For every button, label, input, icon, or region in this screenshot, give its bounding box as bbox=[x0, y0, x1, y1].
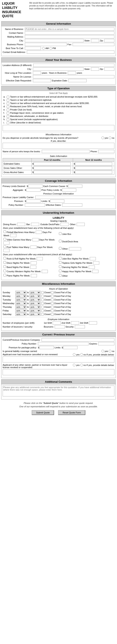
operation-checkbox-4[interactable] bbox=[7, 109, 9, 111]
close-time-select-1[interactable]: p.m.5pm6pm7pm8pm9pm10pm11pm12am1am2am bbox=[29, 294, 41, 298]
name-of-business-input[interactable] bbox=[25, 28, 114, 31]
security-input[interactable] bbox=[75, 325, 85, 328]
closed-checkbox-1[interactable] bbox=[41, 295, 44, 298]
gross-alcohol-past-input[interactable] bbox=[34, 171, 71, 174]
ab-state-input[interactable] bbox=[91, 68, 99, 71]
closed-part-checkbox-3[interactable] bbox=[51, 302, 54, 305]
closed-part-checkbox-4[interactable] bbox=[51, 306, 54, 308]
open-time-select-6[interactable]: a.m.6am7am8am9am10am11am12pm bbox=[15, 312, 26, 316]
name-on-license-input[interactable] bbox=[33, 75, 114, 78]
close-time-select-4[interactable]: p.m.5pm6pm7pm8pm9pm10pm11pm12am1am2am bbox=[29, 305, 41, 308]
additional-comments-textarea[interactable] bbox=[3, 386, 114, 396]
other-textarea[interactable] bbox=[3, 125, 114, 131]
closed-part-checkbox-5[interactable] bbox=[51, 310, 54, 312]
close-time-select-6[interactable]: p.m.5pm6pm7pm8pm9pm10pm11pm12am1am2am bbox=[29, 312, 41, 316]
shift2-input[interactable] bbox=[71, 321, 79, 324]
other-checklist-checkbox[interactable] bbox=[59, 247, 62, 250]
estimated-sales-past-input[interactable] bbox=[34, 162, 71, 166]
closed-checkbox-5[interactable] bbox=[41, 310, 44, 312]
pool-tables-checkbox[interactable] bbox=[3, 245, 6, 248]
dock-checkbox[interactable] bbox=[59, 240, 62, 242]
gross-alcohol-next-input[interactable] bbox=[75, 171, 112, 174]
other-seating-input[interactable] bbox=[77, 223, 85, 226]
gross-other-past-input[interactable] bbox=[34, 166, 71, 170]
operation-checkbox-2[interactable] bbox=[7, 102, 9, 105]
state-input[interactable] bbox=[91, 39, 99, 42]
close-time-select-3[interactable]: p.m.5pm6pm7pm8pm9pm10pm11pm12am1am2am bbox=[29, 302, 41, 305]
closed-checkbox-4[interactable] bbox=[41, 306, 44, 308]
pool-days-input[interactable] bbox=[3, 249, 9, 252]
piano-nights-input[interactable] bbox=[31, 274, 37, 277]
business-phone-input[interactable] bbox=[25, 43, 67, 46]
dancing-nights-input[interactable] bbox=[89, 266, 95, 269]
pinball-howmany-input[interactable] bbox=[36, 230, 42, 234]
prev-limits-input[interactable] bbox=[50, 200, 64, 203]
closed-checkbox-6[interactable] bbox=[41, 313, 44, 316]
cancelled-details-textarea[interactable] bbox=[3, 356, 114, 362]
closed-part-checkbox-2[interactable] bbox=[51, 298, 54, 301]
outside-deck-input[interactable] bbox=[61, 223, 69, 226]
books-input[interactable] bbox=[42, 150, 90, 153]
prior-policy-limits-input[interactable] bbox=[62, 188, 76, 192]
band-nights-input[interactable] bbox=[30, 266, 36, 269]
other-entertainment-checkbox[interactable] bbox=[59, 274, 62, 277]
ab-city-input[interactable] bbox=[33, 68, 84, 71]
other-checklist-input[interactable] bbox=[69, 247, 81, 250]
cw-nights-input[interactable] bbox=[42, 270, 48, 273]
bouncers-input[interactable] bbox=[55, 325, 65, 328]
video-howmany-input[interactable] bbox=[32, 238, 38, 241]
open-time-select-4[interactable]: a.m.6am7am8am9am10am11am12pm bbox=[15, 305, 26, 308]
topless-checkbox[interactable] bbox=[59, 261, 62, 264]
video-days-input[interactable] bbox=[3, 241, 9, 244]
dancing-checkbox[interactable] bbox=[59, 265, 62, 268]
liability-no-radio[interactable] bbox=[109, 350, 111, 352]
mailing-address-input[interactable] bbox=[25, 35, 114, 38]
pool-howmany-input[interactable] bbox=[30, 246, 36, 249]
cancelled-no-radio[interactable] bbox=[80, 353, 83, 356]
operation-checkbox-6[interactable] bbox=[7, 115, 9, 118]
ci-expires-input[interactable] bbox=[98, 342, 114, 345]
dining-room-input[interactable] bbox=[17, 223, 25, 226]
open-time-select-1[interactable]: a.m.6am7am8am9am10am11am12pm bbox=[15, 294, 26, 298]
closed-checkbox-3[interactable] bbox=[41, 302, 44, 305]
prev-carrier-input[interactable] bbox=[35, 196, 114, 199]
topless-nights-input[interactable] bbox=[93, 261, 99, 264]
prev-premium-input[interactable] bbox=[26, 200, 41, 203]
close-time-select-5[interactable]: p.m.5pm6pm7pm8pm9pm10pm11pm12am1am2am bbox=[29, 309, 41, 312]
submit-quote-button[interactable]: Submit Quote bbox=[32, 410, 54, 415]
dispense-desc-textarea[interactable] bbox=[3, 143, 114, 149]
how-long-input[interactable] bbox=[33, 71, 41, 74]
city-input[interactable] bbox=[25, 39, 84, 42]
hh-nights-input[interactable] bbox=[92, 270, 99, 273]
operation-checkbox-3[interactable] bbox=[7, 106, 9, 108]
aggregate-input[interactable] bbox=[26, 188, 41, 192]
closed-checkbox-2[interactable] bbox=[41, 298, 44, 301]
country-western-checkbox[interactable] bbox=[3, 270, 6, 272]
best-time-input[interactable] bbox=[25, 47, 41, 50]
years-in-business-input[interactable] bbox=[68, 71, 76, 74]
closed-checkbox-0[interactable] bbox=[41, 291, 44, 294]
pinball-checkbox[interactable] bbox=[3, 230, 6, 233]
rock-roll-checkbox[interactable] bbox=[3, 257, 6, 260]
happy-hour-checkbox[interactable] bbox=[59, 270, 62, 272]
pm-radio[interactable] bbox=[49, 47, 52, 50]
dispense-no-radio[interactable] bbox=[109, 136, 111, 139]
piano-checkbox[interactable] bbox=[3, 274, 6, 276]
pinball-days-input[interactable] bbox=[10, 234, 16, 237]
rock-nights-input[interactable] bbox=[37, 257, 43, 260]
close-time-select-2[interactable]: p.m.5pm6pm7pm8pm9pm10pm11pm12am1am2am bbox=[29, 298, 41, 301]
email-input[interactable] bbox=[27, 50, 114, 54]
policy-number-input[interactable] bbox=[25, 203, 45, 206]
reset-quote-button[interactable]: Reset Quote Form bbox=[58, 410, 85, 415]
revoked-no-radio[interactable] bbox=[80, 364, 83, 366]
closed-part-checkbox-0[interactable] bbox=[51, 291, 54, 294]
closed-part-checkbox-1[interactable] bbox=[51, 295, 54, 298]
disco-nights-input[interactable] bbox=[31, 261, 37, 264]
books-phone-input[interactable] bbox=[98, 150, 114, 153]
operation-checkbox-1[interactable] bbox=[7, 99, 9, 102]
operation-checkbox-7[interactable] bbox=[7, 118, 9, 121]
open-time-select-5[interactable]: a.m.6am7am8am9am10am11am12pm bbox=[15, 309, 26, 312]
primary-limits-input[interactable] bbox=[28, 184, 43, 188]
ci-limits-input[interactable] bbox=[63, 346, 78, 349]
zip-input[interactable] bbox=[104, 39, 114, 42]
